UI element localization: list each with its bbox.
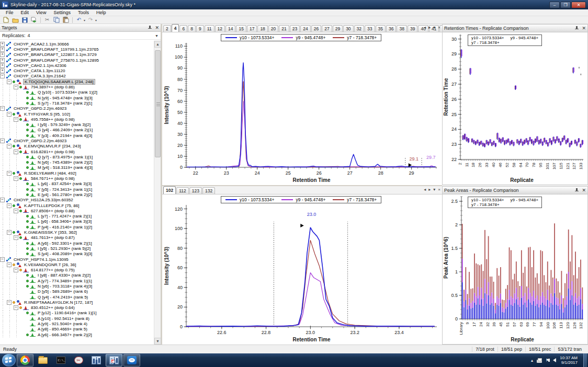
redo-dropdown-arrow[interactable]: ▾ [95,18,97,22]
peak-area-chart[interactable]: y10 - 1073.5334+y9 - 945.4748+y7 - 718.3… [443,194,587,344]
tree-row-tr[interactable]: Y [y5] - 724.3413+ (rank 1)[1] [0,187,154,192]
tree-label[interactable]: A [y6] - 666.3457+ (rank 2)[2] [37,332,93,337]
tree-label[interactable]: K.TYFIGYAR.S [95, 102] [23,112,71,117]
replicate-tab-4[interactable]: 4 [172,24,179,32]
replicate-tab-112[interactable]: 112 [176,187,189,194]
collapse-icon[interactable]: − [14,117,18,122]
chevron-down-icon[interactable]: ▼ [155,34,159,38]
expand-icon[interactable]: + [0,42,5,47]
tree-row-pep[interactable]: −R.IINEPTAAALAYGLDK.N [172, 187] [0,300,154,305]
close-button[interactable]: ✕ [571,2,586,8]
expand-icon[interactable]: + [0,68,5,73]
minimize-button[interactable]: – [549,2,560,8]
tree-label[interactable]: D [y5] - 589.2689+ (rank 6) [37,289,89,294]
tree-label[interactable]: N [y9] - 945.4748+ (rank 3)[3] [37,96,94,100]
tree-row-pep[interactable]: −K.GIAEAISSSK.Y [353, 362] [0,230,154,235]
tree-label[interactable]: R.SDELYEAWR.I [484, 492] [23,171,77,176]
replicate-tab-9[interactable]: 9 [196,25,204,32]
undo-dropdown-arrow[interactable]: ▾ [84,18,85,22]
tree-row-tr[interactable]: E [y4] - 561.2780+ (rank 2)[2] [0,192,154,197]
replicates-selector[interactable]: Replicates: 4 ▼ [0,32,161,40]
tree-label[interactable]: R.IINEPTAAALAYGLDK.N [172, 187] [23,300,94,305]
taskbar-command-prompt[interactable]: C:\_ [52,354,69,366]
start-button[interactable] [2,354,16,366]
tree-row-tr[interactable]: L [y6] - 837.4254+ (rank 3)[3] [0,181,154,187]
tree-label[interactable]: 830.4512++ (dotp 0.64) [30,305,76,310]
tree-label[interactable]: N [y6] - 745.4389+ (rank 2)[2] [37,160,94,165]
tree-row-tr[interactable]: A [y10] - 992.5411+ (rank 8) [0,316,154,321]
tree-row-prec[interactable]: −616.8281++ (dotp 0.98) [0,149,154,154]
collapse-icon[interactable]: − [7,79,12,84]
replicate-tab-8[interactable]: 8 [188,25,196,32]
menu-view[interactable]: View [32,9,50,16]
replicate-tab-14[interactable]: 14 [225,25,235,32]
tree-label[interactable]: 616.8281++ (dotp 0.98) [30,150,76,154]
replicate-tab-21[interactable]: 21 [279,25,289,32]
tree-row-prec[interactable]: −830.4512++ (dotp 0.64) [0,305,154,311]
collapse-icon[interactable]: − [14,209,18,213]
tree-label[interactable]: G [y4] - 466.2409+ (rank 2)[1] [37,128,94,132]
replicate-tab-11[interactable]: 11 [205,25,214,32]
tree-row-tr[interactable]: P [y12] - 1190.6416+ (rank 1)[1] [0,311,154,316]
menu-tools[interactable]: Tools [74,9,93,16]
scroll-tabs-right-icon[interactable]: ▸ [428,25,431,30]
expand-icon[interactable]: + [0,63,5,68]
tree-row-prot[interactable]: −CHOYP_G6PD.2.2|m.46923 [0,138,154,143]
tree-row-prot[interactable]: +CHOYP_ACAA2.1.1|m.30666 [0,41,154,47]
tree-label[interactable]: Q [y10] - 1073.5334+ (rank 1)[2] [37,90,98,95]
tree-label[interactable]: A [y8] - 850.4669+ (rank 5) [37,327,88,331]
pin-icon[interactable] [574,26,579,31]
tree-row-tr[interactable]: Y [y3] - 409.2194+ (rank 4)[3] [0,133,154,138]
tree-row-tr[interactable]: I [y5] - 521.2930+ (rank 5)[2] [0,246,154,251]
save-button[interactable] [20,17,29,24]
tree-label[interactable]: CHOYP_CATA.1.3|m.11120 [13,68,66,73]
tree-row-tr[interactable]: L [y6] - 658.3406+ (rank 3)[3] [0,219,154,224]
tray-expand-icon[interactable]: ▴ [531,358,533,363]
collapse-icon[interactable]: − [7,112,12,117]
replicate-tab-2[interactable]: 2 [163,25,171,32]
menu-settings[interactable]: Settings [50,9,74,16]
tree-row-tr[interactable]: N [y6] - 703.3118+ (rank 4)[3] [0,283,154,289]
replicate-tab-26[interactable]: 26 [311,25,321,32]
copy-button[interactable] [52,17,61,24]
tree-label[interactable]: 627.8506++ (dotp 0.88) [30,209,76,213]
tree-label[interactable]: A [y7] - 774.3489+ (rank 1)[1] [37,279,93,283]
chromatogram-bottom[interactable]: y10 - 1073.5334+y9 - 945.4748+y7 - 718.3… [162,194,442,345]
tree-label[interactable]: 614.8177++ (dotp 0.75) [30,268,76,272]
collapse-icon[interactable]: − [7,300,12,305]
tree-label[interactable]: L [y6] - 837.4254+ (rank 3)[3] [37,181,93,186]
replicate-tab-102[interactable]: 102 [163,186,176,194]
replicate-tab-24[interactable]: 24 [300,25,310,32]
tree-row-tr[interactable]: N [y6] - 745.4389+ (rank 2)[2] [0,160,154,165]
undo-button[interactable]: ↶ [75,17,83,24]
tree-label[interactable]: CHOYP_BRAFLDRAFT_119799.1.1|m.23765 [13,47,99,52]
replicate-tab-39[interactable]: 39 [408,25,417,32]
open-button[interactable] [11,17,19,24]
tree-label[interactable]: A [y10] - 992.5411+ (rank 8) [37,316,91,321]
tree-row-tr[interactable]: G [y4] - 466.2409+ (rank 2)[1] [0,128,154,133]
menu-help[interactable]: Help [93,9,110,16]
tree-label[interactable]: S [y4] - 408.2089+ (rank 3)[3] [37,251,93,256]
tree-row-prot[interactable]: −CHOYP_HSP74.1.1|m.13095 [0,257,154,262]
tree-row-tr[interactable]: A [y9] - 921.5040+ (rank 4) [0,321,154,326]
tree-row-tr[interactable]: Q [y4] - 474.2419+ (rank 5) [0,294,154,300]
tree-label[interactable]: I [y5] - 521.2930+ (rank 5)[2] [37,246,92,251]
replicate-tab-36[interactable]: 36 [386,25,396,32]
tree-label[interactable]: Y [y5] - 724.3413+ (rank 1)[1] [37,187,93,192]
tree-row-prot[interactable]: −CHOYP_CATA.3.3|m.21642 [0,74,154,79]
replicate-tab-38[interactable]: 38 [397,25,406,32]
tree-label[interactable]: 794.3897++ (dotp 0.86) [30,85,76,89]
tree-label[interactable]: K.TDQGIQNLSAAEANR.L [234, 248] [23,79,95,85]
tree-label[interactable]: K.GIAEAISSSK.Y [353, 362] [23,230,78,235]
tree-row-tr[interactable]: D [y5] - 589.2689+ (rank 6) [0,289,154,294]
replicate-tab-6[interactable]: 6 [179,25,187,32]
taskbar-explorer[interactable] [35,354,51,366]
close-tab-icon[interactable]: × [438,25,440,30]
tree-row-tr[interactable]: A [y6] - 666.3457+ (rank 2)[2] [0,332,154,337]
tree-label[interactable]: M [y4] - 518.3119+ (rank 4)[3] [37,165,94,170]
tree-row-pep[interactable]: −K.TDQGIQNLSAAEANR.L [234, 248] [0,79,154,84]
collapse-icon[interactable]: − [14,235,18,240]
collapse-icon[interactable]: − [14,305,18,310]
tree-label[interactable]: CHOYP_G6PD.2.2|m.46923 [13,106,67,111]
redo-button[interactable]: ↷ [86,17,95,24]
